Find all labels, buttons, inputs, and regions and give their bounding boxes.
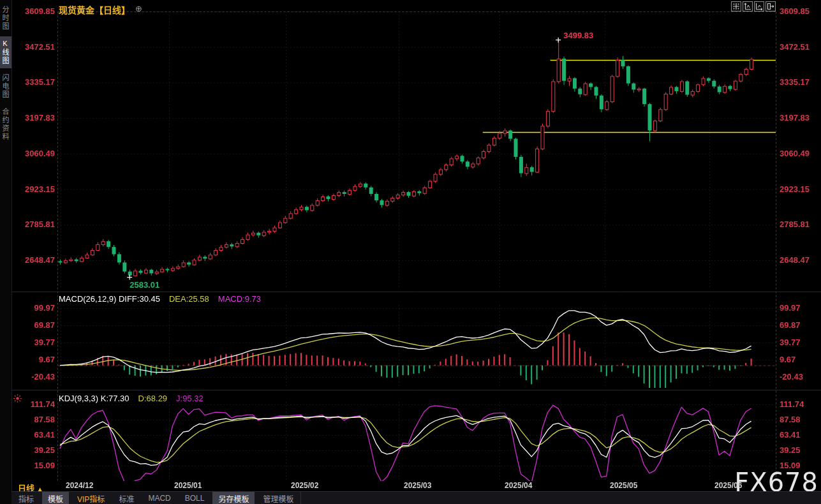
axis-tick-label: 3197.83 bbox=[13, 114, 55, 122]
toolbar-tab[interactable]: 标准 bbox=[113, 492, 140, 504]
axis-tick-label: 2648.47 bbox=[780, 256, 810, 264]
axis-tick-label: 39.25 bbox=[780, 447, 801, 454]
axis-tick-label: 111.74 bbox=[780, 401, 804, 408]
toolbar-tab[interactable]: MACD bbox=[142, 493, 176, 504]
axis-tick-label: 9.67 bbox=[13, 356, 55, 364]
trading-app-window: { "window": { "title": "现货黄金【日线】", "add_… bbox=[0, 0, 821, 504]
axis-tick-label: 2923.15 bbox=[13, 186, 55, 193]
axis-tick-label: 39.77 bbox=[13, 339, 55, 346]
indicator-value-label: MACD:9.73 bbox=[218, 294, 261, 304]
time-tick-label: 2025/01 bbox=[174, 481, 202, 490]
time-tick-label: 2025/03 bbox=[404, 481, 431, 490]
axis-tick-label: 2923.15 bbox=[780, 186, 810, 193]
chart-canvas[interactable] bbox=[0, 0, 821, 493]
high-price-annotation: 3499.83 bbox=[563, 31, 593, 40]
axis-tick-label: 15.09 bbox=[13, 462, 55, 470]
axis-tick-label: 69.87 bbox=[13, 322, 55, 329]
kdj-header: KDJ(9,3,3) K:77.30D:68.29J:95.32 bbox=[59, 394, 212, 403]
time-tick-label: 2025/05 bbox=[610, 481, 637, 490]
toolbar-tab[interactable]: 模板 bbox=[42, 492, 69, 504]
time-tick-label: 2025/04 bbox=[505, 481, 532, 490]
indicator-value-label: DEA:25.58 bbox=[169, 294, 209, 304]
axis-tick-label: 3335.17 bbox=[13, 78, 55, 86]
axis-tick-label: 39.25 bbox=[13, 447, 55, 454]
macd-header: MACD(26,12,9) DIFF:30.45DEA:25.58MACD:9.… bbox=[59, 294, 270, 304]
axis-tick-label: 87.58 bbox=[13, 416, 55, 424]
axis-tick-label: 63.41 bbox=[780, 431, 801, 439]
crosshair-icon[interactable] bbox=[731, 1, 741, 11]
axis-tick-label: 69.87 bbox=[780, 322, 801, 329]
axis-tick-label: 99.97 bbox=[13, 304, 55, 312]
axis-tick-label: 87.58 bbox=[780, 416, 801, 424]
sidebar-tab-flash[interactable]: 闪电图 bbox=[0, 71, 11, 102]
axis-tick-label: -20.43 bbox=[13, 373, 55, 381]
indicator-value-label: J:95.32 bbox=[176, 394, 203, 403]
low-price-annotation: 2583.01 bbox=[129, 280, 159, 290]
y-axis-scale-icon[interactable] bbox=[743, 1, 753, 11]
indicator-value-label: D:68.29 bbox=[138, 394, 168, 403]
indicator-value-label: MACD(26,12,9) DIFF:30.45 bbox=[59, 294, 160, 304]
chart-toolbar bbox=[731, 1, 776, 11]
indicator-value-label: KDJ(9,3,3) K:77.30 bbox=[59, 394, 129, 403]
sidebar-tab-contract[interactable]: 合约资料 bbox=[0, 105, 11, 144]
axis-tick-label: 3609.85 bbox=[13, 8, 55, 15]
x-axis-scale-icon[interactable] bbox=[754, 1, 764, 11]
axis-tick-label: 3472.51 bbox=[780, 43, 810, 51]
time-tick-label: 2024/12 bbox=[66, 481, 93, 490]
axis-tick-label: 2785.81 bbox=[13, 221, 55, 228]
sun-marker-icon bbox=[13, 394, 22, 406]
sidebar-tab-minute[interactable]: 分时图 bbox=[0, 3, 11, 34]
axis-tick-label: 63.41 bbox=[13, 431, 55, 439]
axis-tick-label: 15.09 bbox=[780, 462, 801, 470]
axis-tick-label: 3335.17 bbox=[780, 78, 810, 86]
left-sidebar: 分时图K线图闪电图合约资料 bbox=[0, 0, 12, 504]
sidebar-tab-kline[interactable]: K线图 bbox=[0, 36, 11, 68]
axis-tick-label: 3060.49 bbox=[780, 150, 810, 158]
toolbar-tab[interactable]: VIP指标 bbox=[71, 492, 110, 504]
toolbar-tab[interactable]: 指标 bbox=[13, 492, 40, 504]
toolbar-tab[interactable]: BOLL bbox=[179, 493, 211, 504]
axis-tick-label: 3197.83 bbox=[780, 114, 810, 122]
axis-tick-label: 3472.51 bbox=[13, 43, 55, 51]
add-indicator-icon[interactable]: ⊕ bbox=[135, 4, 142, 13]
bottom-toolbar: 指标模板VIP指标标准MACDBOLL另存模板管理模板 bbox=[11, 491, 821, 504]
toolbar-divider bbox=[300, 492, 301, 504]
toolbar-tab[interactable]: 管理模板 bbox=[257, 492, 299, 504]
axis-tick-label: -20.43 bbox=[780, 373, 803, 381]
time-tick-label: 2025/06 bbox=[714, 481, 742, 490]
axis-tick-label: 3609.85 bbox=[780, 8, 810, 15]
collapse-panel-icon[interactable] bbox=[766, 1, 776, 11]
axis-tick-label: 9.67 bbox=[780, 356, 795, 364]
axis-tick-label: 2785.81 bbox=[780, 221, 810, 228]
time-tick-label: 2025/02 bbox=[291, 481, 318, 490]
axis-tick-label: 2648.47 bbox=[13, 256, 55, 264]
axis-tick-label: 99.97 bbox=[780, 304, 801, 312]
axis-tick-label: 3060.49 bbox=[13, 150, 55, 158]
axis-tick-label: 39.77 bbox=[780, 339, 801, 346]
toolbar-tab[interactable]: 另存模板 bbox=[212, 492, 255, 504]
chart-title: 现货黄金【日线】 bbox=[59, 3, 130, 16]
